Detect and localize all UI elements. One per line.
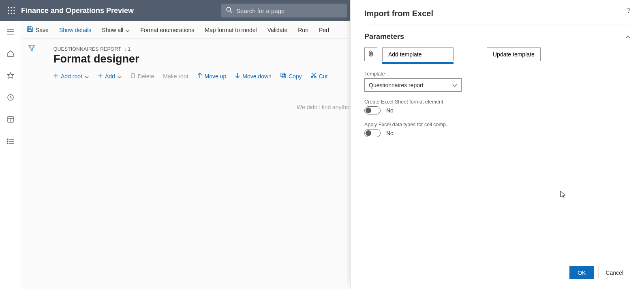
show-all-dropdown[interactable]: Show all <box>102 27 130 33</box>
svg-point-22 <box>7 143 8 144</box>
copy-label: Copy <box>289 73 302 80</box>
home-icon[interactable] <box>6 49 15 58</box>
app-title: Finance and Operations Preview <box>19 6 134 15</box>
cancel-button[interactable]: Cancel <box>599 266 630 279</box>
save-label: Save <box>36 27 49 33</box>
svg-rect-24 <box>28 27 31 28</box>
modules-list-icon[interactable] <box>6 136 15 146</box>
template-select-value: Questionnaires report <box>369 82 424 88</box>
cut-label: Cut <box>319 73 328 80</box>
chevron-down-icon <box>126 27 130 33</box>
breadcrumb-title: QUESTIONNAIRES REPORT <box>53 46 121 52</box>
parameters-heading: Parameters <box>364 32 404 41</box>
svg-point-2 <box>13 7 15 8</box>
svg-rect-31 <box>282 74 286 78</box>
copy-button[interactable]: Copy <box>280 73 302 80</box>
app-launcher-icon[interactable] <box>3 7 19 14</box>
apply-types-field-label: Apply Excel data types for cell comp... <box>364 122 630 127</box>
show-details-label: Show details <box>59 27 91 33</box>
create-sheet-value: No <box>386 107 394 114</box>
svg-point-20 <box>7 141 8 142</box>
svg-point-9 <box>227 7 231 11</box>
plus-icon <box>53 73 58 80</box>
save-icon <box>27 26 33 34</box>
paperclip-icon <box>368 50 374 59</box>
add-template-button[interactable]: Add template <box>382 47 454 61</box>
delete-button: Delete <box>131 73 154 80</box>
run-label: Run <box>298 27 308 33</box>
left-rail <box>0 21 21 289</box>
add-button[interactable]: Add <box>98 73 122 80</box>
perf-button[interactable]: Perf <box>319 27 329 33</box>
add-label: Add <box>105 73 115 80</box>
chevron-down-icon <box>85 73 89 80</box>
panel-footer: OK Cancel <box>351 260 644 289</box>
arrow-up-icon <box>197 73 202 80</box>
svg-point-1 <box>11 7 12 8</box>
parameters-section-body: Add template Update template Template Qu… <box>351 45 644 137</box>
save-button[interactable]: Save <box>27 26 49 34</box>
import-from-excel-panel: Import from Excel Parameters Add templat… <box>350 0 644 289</box>
search-input[interactable] <box>236 7 342 14</box>
map-format-to-model-button[interactable]: Map format to model <box>205 27 257 33</box>
svg-point-18 <box>7 139 8 140</box>
svg-point-0 <box>8 7 9 8</box>
favorites-star-icon[interactable] <box>6 71 15 80</box>
format-enumerations-label: Format enumerations <box>140 27 194 33</box>
search-box[interactable] <box>221 4 347 17</box>
move-down-label: Move down <box>242 73 272 80</box>
create-sheet-field-label: Create Excel Sheet format element <box>364 99 630 105</box>
ok-label: OK <box>578 270 586 276</box>
svg-point-6 <box>8 13 9 14</box>
svg-point-5 <box>13 10 15 11</box>
ok-button[interactable]: OK <box>569 266 594 279</box>
breadcrumb-index: : 1 <box>125 46 131 52</box>
filter-funnel-icon[interactable] <box>28 45 35 289</box>
template-select[interactable]: Questionnaires report <box>364 78 462 92</box>
move-up-button[interactable]: Move up <box>197 73 227 80</box>
plus-icon <box>98 73 103 80</box>
svg-point-3 <box>8 10 9 11</box>
run-button[interactable]: Run <box>298 27 308 33</box>
svg-point-7 <box>11 13 12 14</box>
add-root-button[interactable]: Add root <box>53 73 89 80</box>
delete-label: Delete <box>138 73 154 80</box>
attach-button[interactable] <box>364 47 377 61</box>
panel-title: Import from Excel <box>351 0 644 24</box>
svg-point-33 <box>315 76 316 78</box>
recent-clock-icon[interactable] <box>6 93 15 102</box>
update-template-label: Update template <box>493 51 535 58</box>
perf-label: Perf <box>319 27 329 33</box>
cut-button[interactable]: Cut <box>311 73 328 80</box>
parameters-section-header[interactable]: Parameters <box>351 24 644 45</box>
make-root-label: Make root <box>163 73 188 80</box>
trash-icon <box>131 73 135 80</box>
filter-rail <box>21 39 42 289</box>
search-icon <box>226 6 232 15</box>
show-details-link[interactable]: Show details <box>59 27 91 33</box>
svg-point-32 <box>311 76 313 78</box>
cancel-label: Cancel <box>605 270 623 276</box>
arrow-down-icon <box>235 73 240 80</box>
update-template-button[interactable]: Update template <box>487 47 541 61</box>
copy-icon <box>280 73 286 80</box>
help-icon[interactable] <box>625 7 632 15</box>
map-format-label: Map format to model <box>205 27 257 33</box>
format-enumerations-button[interactable]: Format enumerations <box>140 27 194 33</box>
make-root-button: Make root <box>163 73 188 80</box>
svg-rect-15 <box>8 116 13 122</box>
move-down-button[interactable]: Move down <box>235 73 272 80</box>
workspaces-icon[interactable] <box>6 114 15 124</box>
apply-types-value: No <box>386 130 394 136</box>
hamburger-icon[interactable] <box>6 27 15 37</box>
chevron-down-icon <box>452 82 457 88</box>
svg-rect-25 <box>28 30 32 32</box>
svg-point-34 <box>628 12 629 13</box>
template-field-label: Template <box>364 71 630 77</box>
validate-label: Validate <box>267 27 288 33</box>
create-sheet-toggle[interactable] <box>364 106 381 114</box>
add-root-label: Add root <box>61 73 82 80</box>
svg-point-8 <box>13 13 15 14</box>
validate-button[interactable]: Validate <box>267 27 288 33</box>
apply-types-toggle[interactable] <box>364 129 381 137</box>
